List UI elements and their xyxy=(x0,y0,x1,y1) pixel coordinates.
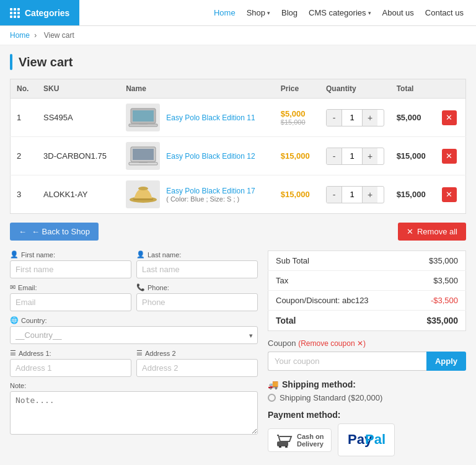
summary-total-row: Total $35,000 xyxy=(268,311,466,331)
coupon-section-label: Coupon (Remove coupon ✕) xyxy=(268,339,466,348)
email-input[interactable] xyxy=(10,293,131,311)
address1-input[interactable] xyxy=(10,359,131,377)
nav-about[interactable]: About us xyxy=(382,8,414,17)
row3-qty-input[interactable] xyxy=(342,187,363,203)
col-price: Price xyxy=(275,79,320,99)
shipping-option-label: Shipping Standard ($20,000) xyxy=(280,393,382,402)
row1-qty-plus[interactable]: + xyxy=(363,110,377,126)
col-total: Total xyxy=(390,79,436,99)
row3-remove-button[interactable]: ✕ xyxy=(442,187,457,202)
truck-icon: 🚚 xyxy=(268,379,278,389)
categories-button[interactable]: Categories xyxy=(0,0,79,25)
row1-name: Easy Polo Black Edition 11 xyxy=(120,99,275,137)
table-row: 1 SS495A xyxy=(11,99,466,137)
svg-rect-7 xyxy=(139,162,148,163)
row2-qty-plus[interactable]: + xyxy=(363,148,377,164)
breadcrumb: Home › View cart xyxy=(0,26,476,45)
address2-input[interactable] xyxy=(136,359,258,377)
row1-sku: SS495A xyxy=(37,99,120,137)
country-select[interactable]: __Country__ xyxy=(10,326,258,344)
product1-link[interactable]: Easy Polo Black Edition 11 xyxy=(166,113,255,122)
row3-qty-control: - + xyxy=(326,186,384,203)
note-row: Note: xyxy=(10,382,258,436)
email-label: ✉ Email: xyxy=(10,283,131,291)
row3-price-sale: $15,000 xyxy=(281,190,314,199)
nav-shop[interactable]: Shop ▾ xyxy=(247,8,270,17)
svg-text:Pal: Pal xyxy=(365,432,386,447)
row1-qty-minus[interactable]: - xyxy=(327,110,342,126)
address1-group: ☰ Address 1: xyxy=(10,349,131,377)
back-to-shop-button[interactable]: ← ← Back to Shop xyxy=(10,223,99,241)
address1-label: ☰ Address 1: xyxy=(10,349,131,357)
shipping-title: 🚚 Shipping method: xyxy=(268,379,466,389)
coupon-input[interactable] xyxy=(268,352,426,371)
page-title-container: View cart xyxy=(10,54,466,70)
first-name-group: 👤 First name: xyxy=(10,250,131,278)
row3-qty-plus[interactable]: + xyxy=(363,187,377,203)
row2-total: $15,000 xyxy=(390,137,436,175)
title-bar-decoration xyxy=(10,54,12,70)
country-row: 🌐 Country: __Country__ ▾ xyxy=(10,316,258,344)
row2-qty: - + xyxy=(320,137,390,175)
payment-options: $ Cash on Delivery Pay Pal xyxy=(268,423,466,456)
last-name-input[interactable] xyxy=(136,260,258,278)
cms-caret: ▾ xyxy=(368,10,371,16)
row1-remove-button[interactable]: ✕ xyxy=(442,110,457,125)
row2-remove-button[interactable]: ✕ xyxy=(442,149,457,164)
product3-link[interactable]: Easy Polo Black Edition 17 xyxy=(166,187,255,195)
row2-qty-minus[interactable]: - xyxy=(327,148,342,164)
remove-all-button[interactable]: ✕ Remove all xyxy=(398,223,466,241)
row2-no: 2 xyxy=(11,137,38,175)
remove-coupon-link[interactable]: (Remove coupon ✕) xyxy=(298,339,366,348)
page-title: View cart xyxy=(19,55,73,69)
action-bar: ← ← Back to Shop ✕ Remove all xyxy=(10,223,466,241)
address2-label: ☰ Address 2 xyxy=(136,349,258,357)
row3-qty-minus[interactable]: - xyxy=(327,187,342,203)
table-row: 2 3D-CARBON1.75 Easy xyxy=(11,137,466,175)
col-name: Name xyxy=(120,79,275,99)
subtotal-amount: $35,000 xyxy=(406,251,465,271)
cash-on-delivery-option[interactable]: $ Cash on Delivery xyxy=(268,428,332,452)
row3-qty: - + xyxy=(320,175,390,214)
summary-table: Sub Total $35,000 Tax $3,500 Coupon/Disc… xyxy=(268,250,466,331)
product2-image xyxy=(126,142,160,170)
row3-sku: ALOKK1-AY xyxy=(37,175,120,214)
shipping-radio[interactable] xyxy=(268,394,276,402)
row2-qty-input[interactable] xyxy=(342,148,363,164)
row1-remove-cell: ✕ xyxy=(436,99,466,137)
svg-rect-10 xyxy=(133,198,153,200)
two-column-layout: 👤 First name: 👤 Last name: xyxy=(10,250,466,465)
first-name-input[interactable] xyxy=(10,260,131,278)
svg-rect-1 xyxy=(133,110,154,122)
address2-group: ☰ Address 2 xyxy=(136,349,258,377)
payment-title: Payment method: xyxy=(268,410,466,420)
apply-coupon-button[interactable]: Apply xyxy=(426,352,466,371)
total-label: Total xyxy=(268,311,407,331)
row3-total: $15,000 xyxy=(390,175,436,214)
product2-link[interactable]: Easy Polo Black Edition 12 xyxy=(166,152,255,161)
note-group: Note: xyxy=(10,382,258,436)
breadcrumb-current: View cart xyxy=(44,31,74,40)
nav-contact[interactable]: Contact us xyxy=(425,8,464,17)
address1-icon: ☰ xyxy=(10,349,16,357)
page-content: View cart No. SKU Name Price Quantity To… xyxy=(0,45,476,465)
product3-sub: ( Color: Blue ; Size: S ; ) xyxy=(166,195,255,203)
row1-qty-input[interactable] xyxy=(342,110,363,126)
note-textarea[interactable] xyxy=(10,391,258,435)
country-label: 🌐 Country: xyxy=(10,316,258,324)
globe-icon: 🌐 xyxy=(10,316,19,324)
cart-table: No. SKU Name Price Quantity Total 1 SS49… xyxy=(10,79,466,214)
nav-blog[interactable]: Blog xyxy=(281,8,298,17)
nav-cms[interactable]: CMS categories ▾ xyxy=(309,8,371,17)
product3-image xyxy=(126,180,160,208)
summary-coupon-row: Coupon/Discount: abc123 -$3,500 xyxy=(268,291,466,311)
coupon-label: Coupon/Discount: abc123 xyxy=(268,291,407,311)
phone-input[interactable] xyxy=(136,293,258,311)
svg-rect-5 xyxy=(133,149,154,160)
shop-caret: ▾ xyxy=(267,10,270,16)
nav-home[interactable]: Home xyxy=(214,8,236,17)
breadcrumb-home[interactable]: Home xyxy=(10,31,30,40)
row2-sku: 3D-CARBON1.75 xyxy=(37,137,120,175)
paypal-option[interactable]: Pay Pal xyxy=(338,423,395,456)
country-select-wrapper: __Country__ ▾ xyxy=(10,326,258,344)
